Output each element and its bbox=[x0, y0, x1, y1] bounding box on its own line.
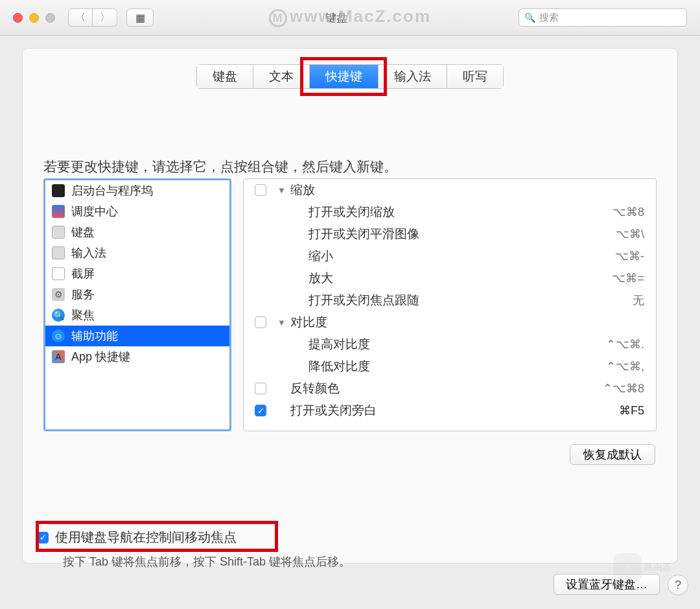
shortcut-checkbox[interactable]: ✓ bbox=[255, 405, 266, 416]
shortcut-list[interactable]: ▼缩放打开或关闭缩放⌥⌘8打开或关闭平滑图像⌥⌘\缩小⌥⌘-放大⌥⌘=打开或关闭… bbox=[243, 178, 657, 431]
sidebar-item-label: 调度中心 bbox=[71, 204, 118, 219]
shortcut-key: ⌥⌘8 bbox=[586, 205, 644, 219]
search-input[interactable]: 🔍 搜索 bbox=[519, 8, 687, 27]
shortcut-key: ⌥⌘- bbox=[586, 249, 644, 263]
nav-buttons: 〈 〉 bbox=[68, 8, 117, 27]
sidebar-item-keyboard[interactable]: 键盘 bbox=[45, 222, 229, 243]
keyboard-icon bbox=[52, 226, 65, 239]
tab-0[interactable]: 键盘 bbox=[197, 65, 253, 88]
sidebar-item-access[interactable]: ☺辅助功能 bbox=[45, 326, 229, 346]
shortcut-checkbox[interactable] bbox=[255, 184, 266, 196]
shortcut-row[interactable]: ▼对比度 bbox=[244, 311, 656, 333]
shortcut-row[interactable]: 降低对比度⌃⌥⌘, bbox=[244, 355, 656, 377]
tab-bar: 键盘文本快捷键输入法听写 bbox=[196, 64, 504, 89]
sidebar-item-label: 服务 bbox=[71, 287, 95, 302]
shortcut-key: ⌥⌘\ bbox=[586, 227, 644, 241]
spotlight-icon: 🔍 bbox=[52, 309, 65, 322]
sidebar-item-label: 键盘 bbox=[71, 224, 95, 240]
shortcut-key: ⌃⌥⌘, bbox=[586, 359, 644, 374]
access-icon: ☺ bbox=[52, 329, 65, 342]
shortcut-label: 对比度 bbox=[290, 314, 586, 331]
shortcut-label: 打开或关闭焦点跟随 bbox=[290, 292, 586, 309]
shortcut-row[interactable]: 提高对比度⌃⌥⌘. bbox=[244, 333, 656, 355]
disclosure-triangle-icon: ▼ bbox=[277, 185, 290, 195]
sidebar-item-label: 启动台与程序坞 bbox=[71, 183, 153, 198]
shortcut-row[interactable]: 放大⌥⌘= bbox=[244, 267, 656, 289]
shortcut-key: ⌃⌥⌘. bbox=[586, 337, 644, 352]
sidebar-item-spotlight[interactable]: 🔍聚焦 bbox=[45, 305, 229, 326]
minimize-window-button[interactable] bbox=[29, 13, 39, 23]
tab-1[interactable]: 文本 bbox=[253, 65, 310, 88]
traffic-lights bbox=[13, 13, 55, 23]
bluetooth-keyboard-button[interactable]: 设置蓝牙键盘… bbox=[554, 574, 660, 595]
shortcut-row[interactable]: 打开或关闭缩放⌥⌘8 bbox=[244, 201, 656, 223]
preferences-panel: 键盘文本快捷键输入法听写 若要更改快捷键，请选择它，点按组合键，然后键入新键。 … bbox=[22, 48, 678, 564]
shortcut-label: 反转颜色 bbox=[290, 380, 586, 397]
shortcut-label: 缩放 bbox=[290, 182, 586, 198]
restore-defaults-button[interactable]: 恢复成默认 bbox=[570, 444, 655, 465]
launchpad-icon bbox=[52, 184, 65, 197]
search-icon: 🔍 bbox=[524, 12, 535, 23]
app-icon: A bbox=[52, 350, 65, 363]
tab-2[interactable]: 快捷键 bbox=[310, 65, 379, 88]
shortcut-checkbox[interactable] bbox=[255, 383, 266, 394]
back-button[interactable]: 〈 bbox=[68, 8, 93, 27]
help-button[interactable]: ? bbox=[668, 575, 688, 595]
close-window-button[interactable] bbox=[13, 13, 23, 23]
sidebar-item-label: 辅助功能 bbox=[71, 328, 118, 344]
sidebar-item-launchpad[interactable]: 启动台与程序坞 bbox=[45, 180, 229, 201]
category-sidebar[interactable]: 启动台与程序坞调度中心键盘输入法截屏⚙服务🔍聚焦☺辅助功能AApp 快捷键 bbox=[43, 178, 231, 431]
search-placeholder: 搜索 bbox=[539, 12, 559, 24]
keyboard-nav-label: 使用键盘导航在控制间移动焦点 bbox=[55, 529, 237, 546]
forward-button[interactable]: 〉 bbox=[93, 8, 117, 27]
shortcut-key: ⌥⌘= bbox=[586, 271, 644, 285]
shortcut-checkbox[interactable] bbox=[255, 316, 266, 328]
sidebar-item-services[interactable]: ⚙服务 bbox=[45, 284, 229, 305]
zoom-window-button[interactable] bbox=[45, 13, 55, 23]
shortcut-row[interactable]: ✓打开或关闭旁白⌘F5 bbox=[244, 400, 656, 422]
window-title: 键盘 bbox=[154, 10, 519, 25]
shortcut-label: 缩小 bbox=[290, 248, 586, 265]
shortcut-key: ⌃⌥⌘8 bbox=[586, 381, 644, 396]
tab-4[interactable]: 听写 bbox=[447, 65, 503, 88]
shortcut-label: 降低对比度 bbox=[290, 358, 586, 375]
disclosure-triangle-icon: ▼ bbox=[277, 318, 290, 328]
screenshot-icon bbox=[52, 267, 65, 280]
sidebar-item-app[interactable]: AApp 快捷键 bbox=[45, 346, 229, 367]
shortcut-key: ⌘F5 bbox=[586, 403, 644, 418]
instruction-text: 若要更改快捷键，请选择它，点按组合键，然后键入新键。 bbox=[43, 158, 397, 176]
shortcut-label: 打开或关闭平滑图像 bbox=[290, 226, 586, 243]
sidebar-item-label: 聚焦 bbox=[71, 307, 95, 323]
sidebar-item-label: 输入法 bbox=[71, 245, 106, 261]
shortcut-label: 打开或关闭旁白 bbox=[290, 402, 586, 419]
services-icon: ⚙ bbox=[52, 288, 65, 301]
input-icon bbox=[52, 246, 65, 259]
sidebar-item-screenshot[interactable]: 截屏 bbox=[45, 263, 229, 284]
keyboard-nav-checkbox[interactable]: ✓ bbox=[37, 532, 49, 543]
keyboard-nav-hint: 按下 Tab 键将焦点前移，按下 Shift-Tab 键将焦点后移。 bbox=[63, 554, 351, 569]
shortcut-row[interactable]: ▼缩放 bbox=[244, 179, 656, 201]
shortcut-row[interactable]: 打开或关闭平滑图像⌥⌘\ bbox=[244, 223, 656, 245]
mission-icon bbox=[52, 205, 65, 218]
tab-3[interactable]: 输入法 bbox=[379, 65, 447, 88]
shortcut-key: 无 bbox=[586, 293, 644, 308]
sidebar-item-label: 截屏 bbox=[71, 266, 95, 281]
sidebar-item-input[interactable]: 输入法 bbox=[45, 243, 229, 263]
shortcut-label: 打开或关闭缩放 bbox=[290, 204, 586, 221]
sidebar-item-mission[interactable]: 调度中心 bbox=[45, 201, 229, 222]
shortcut-row[interactable]: 打开或关闭焦点跟随无 bbox=[244, 289, 656, 311]
shortcut-row[interactable]: 反转颜色⌃⌥⌘8 bbox=[244, 377, 656, 400]
sidebar-item-label: App 快捷键 bbox=[71, 349, 130, 364]
show-all-prefs-button[interactable]: ▦ bbox=[126, 8, 154, 27]
shortcut-label: 放大 bbox=[290, 270, 586, 287]
window-toolbar: 〈 〉 ▦ 键盘 🔍 搜索 bbox=[0, 0, 700, 36]
shortcut-row[interactable]: 缩小⌥⌘- bbox=[244, 245, 656, 267]
shortcut-label: 提高对比度 bbox=[290, 336, 586, 353]
